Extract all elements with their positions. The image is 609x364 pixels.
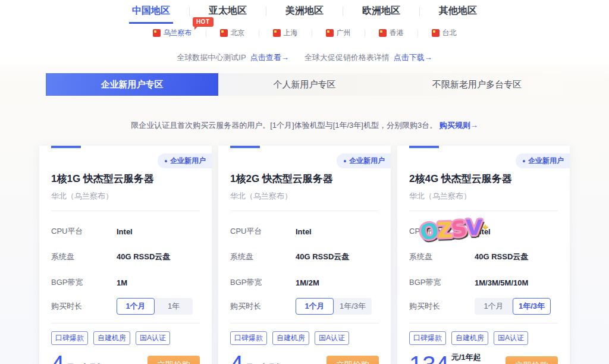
divider bbox=[409, 323, 558, 324]
spec-value: 40G RSSD云盘 bbox=[117, 252, 170, 262]
card-accent-bar bbox=[51, 146, 81, 148]
tag-own-datacenter: 自建机房 bbox=[93, 331, 130, 345]
divider bbox=[419, 7, 420, 16]
duration-label: 购买时长 bbox=[230, 301, 296, 312]
spec-row-disk: 系统盘 40G RSSD云盘 bbox=[51, 252, 200, 262]
duration-option-1-3year[interactable]: 1年/3年 bbox=[334, 298, 372, 315]
china-flag-icon bbox=[273, 29, 281, 37]
duration-label: 购买时长 bbox=[51, 301, 117, 312]
buy-now-button[interactable]: 立即抢购 bbox=[147, 356, 200, 364]
duration-option-1month[interactable]: 1个月 bbox=[117, 298, 155, 315]
china-flag-icon bbox=[379, 29, 387, 37]
hot-badge: HOT bbox=[193, 17, 214, 27]
tab-personal-new-user[interactable]: 个人新用户专区 bbox=[218, 73, 391, 96]
divider bbox=[343, 7, 343, 16]
card-accent-bar bbox=[409, 146, 439, 148]
dot-icon bbox=[344, 160, 346, 162]
divider bbox=[312, 30, 312, 37]
tag-certified: 国A认证 bbox=[315, 331, 349, 345]
notice-row: 限企业认证且首次购买云服务器的用户。[1个月]体验机型与[1年/3年]机型，分别… bbox=[0, 120, 609, 131]
spec-value: 1M/3M/5M/10M bbox=[475, 278, 528, 287]
product-region: 华北（乌兰察布） bbox=[51, 191, 200, 202]
product-title: 1核2G 快杰型云服务器 bbox=[230, 172, 379, 186]
spec-label: CPU平台 bbox=[230, 226, 296, 237]
dot-icon bbox=[165, 160, 167, 162]
enterprise-user-badge: 企业新用户 bbox=[337, 153, 391, 168]
spec-value: 1M bbox=[117, 278, 127, 287]
spec-row-cpu: CPU平台 Intel bbox=[409, 226, 558, 237]
info-links-row: 全球数据中心测试IP 点击查看→ 全球大促促销价格表详情 点击下载→ bbox=[0, 52, 609, 63]
notice-text: 限企业认证且首次购买云服务器的用户。[1个月]体验机型与[1年/3年]机型，分别… bbox=[131, 121, 437, 130]
download-link[interactable]: 点击下载→ bbox=[394, 52, 432, 63]
divider bbox=[206, 30, 206, 37]
price-amount: 4 bbox=[51, 352, 64, 364]
spec-value: Intel bbox=[296, 227, 312, 236]
divider bbox=[266, 7, 266, 16]
spec-label: CPU平台 bbox=[409, 226, 475, 237]
price-row: 4 元/1个月起 立即抢购 bbox=[230, 352, 379, 364]
tag-own-datacenter: 自建机房 bbox=[272, 331, 309, 345]
duration-option-1year[interactable]: 1年 bbox=[155, 298, 193, 315]
tab-enterprise-new-user[interactable]: 企业新用户专区 bbox=[46, 73, 218, 96]
spec-value: 1M/2M bbox=[296, 278, 319, 287]
tag-row: 口碑爆款 自建机房 国A认证 bbox=[409, 331, 558, 345]
price-amount: 4 bbox=[230, 352, 243, 364]
city-tab-guangzhou[interactable]: 广州 bbox=[326, 26, 351, 40]
spec-row-bandwidth: BGP带宽 1M bbox=[51, 277, 200, 288]
zone-tab-bar: 企业新用户专区 个人新用户专区 不限新老用户多台专区 bbox=[46, 73, 563, 96]
city-tab-bar: 乌兰察布 HOT 北京 上海 广州 香港 台北 bbox=[0, 26, 609, 40]
city-label: 北京 bbox=[231, 28, 245, 38]
region-tab-china[interactable]: 中国地区 bbox=[129, 5, 173, 24]
spec-value: Intel bbox=[475, 227, 491, 236]
price: 134 元/1年起 362元/3年起 bbox=[409, 352, 491, 364]
view-link[interactable]: 点击查看→ bbox=[250, 52, 289, 63]
region-tab-other[interactable]: 其他地区 bbox=[436, 5, 480, 24]
spec-row-cpu: CPU平台 Intel bbox=[230, 226, 379, 237]
city-tab-wulanchabu[interactable]: 乌兰察布 HOT bbox=[153, 26, 192, 40]
city-tab-shanghai[interactable]: 上海 bbox=[273, 26, 298, 40]
spec-label: BGP带宽 bbox=[409, 277, 475, 288]
region-tab-europe[interactable]: 欧洲地区 bbox=[359, 5, 403, 24]
city-tab-beijing[interactable]: 北京 bbox=[220, 26, 245, 40]
dot-icon bbox=[523, 160, 525, 162]
city-label: 上海 bbox=[284, 28, 298, 38]
city-tab-hongkong[interactable]: 香港 bbox=[379, 26, 404, 40]
tab-unlimited-multi[interactable]: 不限新老用户多台专区 bbox=[391, 73, 563, 96]
card-accent-bar bbox=[230, 146, 260, 148]
spec-label: BGP带宽 bbox=[51, 277, 117, 288]
china-flag-icon bbox=[220, 29, 228, 37]
spec-row-cpu: CPU平台 Intel bbox=[51, 226, 200, 237]
buy-now-button[interactable]: 立即抢购 bbox=[506, 356, 558, 364]
china-flag-icon bbox=[432, 29, 440, 37]
city-tab-taipei[interactable]: 台北 bbox=[432, 26, 457, 40]
price: 4 元/1个月起 bbox=[230, 352, 283, 364]
city-label: 广州 bbox=[337, 28, 351, 38]
divider bbox=[230, 211, 379, 211]
badge-label: 企业新用户 bbox=[528, 156, 564, 166]
buy-now-button[interactable]: 立即抢购 bbox=[327, 356, 379, 364]
duration-option-1-3year[interactable]: 1年/3年 bbox=[513, 298, 551, 315]
region-tab-americas[interactable]: 美洲地区 bbox=[282, 5, 327, 24]
tag-own-datacenter: 自建机房 bbox=[451, 331, 488, 345]
divider bbox=[230, 323, 379, 324]
spec-value: 40G RSSD云盘 bbox=[296, 252, 349, 262]
badge-label: 企业新用户 bbox=[170, 156, 206, 166]
price-meta: 元/1年起 362元/3年起 bbox=[451, 352, 491, 364]
tag-popular: 口碑爆款 bbox=[409, 331, 446, 345]
pricing-card-1c1g: 企业新用户 1核1G 快杰型云服务器 华北（乌兰察布） CPU平台 Intel … bbox=[39, 146, 212, 364]
purchase-rules-link[interactable]: 购买规则→ bbox=[440, 121, 478, 130]
duration-option-1month[interactable]: 1个月 bbox=[475, 298, 513, 315]
tag-popular: 口碑爆款 bbox=[230, 331, 267, 345]
price-amount: 134 bbox=[409, 353, 449, 364]
price-row: 4 元/1个月起 立即抢购 bbox=[51, 352, 200, 364]
tag-certified: 国A认证 bbox=[494, 331, 528, 345]
spec-label: 系统盘 bbox=[230, 252, 296, 262]
product-title: 1核1G 快杰型云服务器 bbox=[51, 172, 200, 186]
duration-selector: 1个月 1年/3年 bbox=[475, 298, 551, 315]
price-row: 134 元/1年起 362元/3年起 立即抢购 bbox=[409, 352, 558, 364]
enterprise-user-badge: 企业新用户 bbox=[158, 153, 212, 168]
duration-option-1month[interactable]: 1个月 bbox=[296, 298, 334, 315]
divider bbox=[259, 30, 259, 37]
spec-label: BGP带宽 bbox=[230, 277, 296, 288]
spec-value: 40G RSSD云盘 bbox=[475, 252, 528, 262]
